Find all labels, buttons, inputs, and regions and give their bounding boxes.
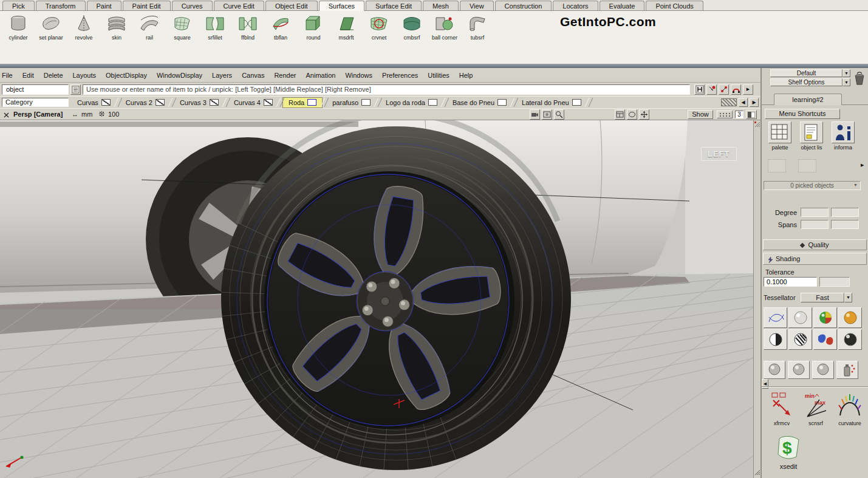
menu-delete[interactable]: Delete	[39, 70, 68, 81]
shelf-tab-mesh[interactable]: Mesh	[423, 1, 459, 10]
left-view-gizmo[interactable]: LEFT	[701, 147, 737, 161]
tessellator-arrow-icon[interactable]: ▼	[844, 293, 852, 302]
menu-layouts[interactable]: Layouts	[68, 70, 101, 81]
corner-grip-icon[interactable]	[754, 121, 760, 129]
tool-revolve[interactable]: revolve	[69, 13, 98, 41]
spans-field-2[interactable]	[831, 220, 859, 229]
viewport-canvas[interactable]: LEFT	[0, 120, 753, 478]
shelf-tab-object-edit[interactable]: Object Edit	[265, 1, 318, 10]
tool-curvature[interactable]: curvature	[835, 390, 865, 426]
shelf-tab-point-clouds[interactable]: Point Clouds	[646, 1, 703, 10]
layout-icon[interactable]	[615, 109, 625, 120]
sphere-icon[interactable]	[764, 361, 785, 379]
shelf-tab-evaluate[interactable]: Evaluate	[600, 1, 645, 10]
shelf-tab-construction[interactable]: Construction	[495, 1, 552, 10]
degree-field-2[interactable]	[831, 208, 859, 217]
tool-srfillet[interactable]: srfillet	[200, 13, 230, 41]
shortcut-object-lis[interactable]: object lis	[797, 121, 826, 151]
tool-xfrmcv[interactable]: xfrmcv	[767, 390, 797, 426]
shelf-tab-paint[interactable]: Paint	[87, 1, 121, 10]
layer-next-icon[interactable]: ▶	[750, 98, 759, 107]
tool-ball-corner[interactable]: ball corner	[430, 13, 459, 41]
layer-state-box[interactable]	[155, 99, 165, 106]
tool-ffblnd[interactable]: ffblnd	[233, 13, 262, 41]
layer-state-box[interactable]	[572, 99, 581, 106]
show-button[interactable]: Show	[688, 110, 713, 119]
compare-shader-icon[interactable]	[813, 329, 837, 350]
layer-state-box[interactable]	[428, 99, 437, 106]
menu-shortcuts-button[interactable]: Menu Shortcuts	[765, 109, 840, 119]
layer-state-box[interactable]	[307, 99, 316, 106]
tolerance-aux-field[interactable]	[819, 277, 850, 287]
pick-template-icon[interactable]	[731, 84, 741, 95]
pan-icon[interactable]	[639, 109, 649, 120]
degree-field-1[interactable]	[801, 208, 829, 217]
tool-tbflan[interactable]: tbflan	[266, 13, 295, 41]
tool-cylinder[interactable]: cylinder	[4, 13, 33, 41]
menu-help[interactable]: Help	[454, 70, 478, 81]
camera-label[interactable]: Persp [Camera]	[13, 111, 63, 118]
layer-state-box[interactable]	[361, 99, 371, 106]
shelf-options-dropdown[interactable]: Shelf Options	[770, 78, 842, 86]
menu-canvas[interactable]: Canvas	[237, 70, 269, 81]
tool-square[interactable]: square	[168, 13, 197, 41]
white-shader-icon[interactable]	[788, 307, 812, 328]
tool-msdrft[interactable]: msdrft	[332, 13, 361, 41]
spray-icon[interactable]	[836, 361, 858, 379]
tolerance-input[interactable]	[764, 277, 817, 287]
zebra-shader-icon[interactable]	[788, 329, 812, 350]
shelf-set-dropdown[interactable]: Default	[770, 69, 842, 77]
shelf-tab-view[interactable]: View	[460, 1, 494, 10]
menu-file[interactable]: File	[0, 70, 18, 81]
layer-curvas-4[interactable]: Curvas 4	[228, 97, 278, 108]
shading-section-header[interactable]: Shading	[763, 253, 867, 265]
bw-shader-icon[interactable]	[764, 329, 787, 350]
layer-state-box[interactable]	[210, 99, 219, 106]
layer-pattern-swatch[interactable]	[721, 98, 737, 106]
view-count-value[interactable]: 3	[735, 111, 743, 118]
wire-shader-icon[interactable]	[764, 307, 787, 328]
layer-curvas[interactable]: Curvas	[72, 97, 116, 108]
trash-bucket-icon[interactable]	[853, 69, 866, 87]
more-options-icon[interactable]	[717, 111, 733, 118]
tool-crvnet[interactable]: crvnet	[364, 13, 394, 41]
tool-round[interactable]: round	[299, 13, 328, 41]
menu-edit[interactable]: Edit	[18, 70, 39, 81]
menu-preferences[interactable]: Preferences	[377, 70, 423, 81]
orange-shader-icon[interactable]	[838, 307, 862, 328]
shortcut-palette[interactable]: palette	[765, 121, 795, 151]
close-pane-icon[interactable]	[1, 110, 12, 120]
shelf-tab-curves[interactable]: Curves	[172, 1, 213, 10]
shelf-tab-pick[interactable]: Pick	[2, 1, 35, 10]
tool-rail[interactable]: rail	[135, 13, 164, 41]
layer-curvas-2[interactable]: Curvas 2	[120, 97, 170, 108]
tool-scnsrf[interactable]: minmaxscnsrf	[801, 390, 831, 426]
picked-objects-arrow-icon[interactable]: ▼	[852, 182, 859, 189]
shelf-tab-surfaces[interactable]: Surfaces	[319, 1, 364, 11]
layer-category-select[interactable]: Category	[2, 98, 69, 107]
tessellator-dropdown[interactable]: Fast	[801, 293, 844, 302]
camera-icon[interactable]	[530, 109, 540, 120]
shelf-tab-surface-edit[interactable]: Surface Edit	[366, 1, 422, 10]
layer-parafuso[interactable]: parafuso	[327, 97, 376, 108]
menu-utilities[interactable]: Utilities	[423, 70, 454, 81]
shelf-options-arrow-icon[interactable]: ▼	[842, 78, 850, 86]
shortcut-informa[interactable]: informa	[829, 121, 858, 151]
menu-animation[interactable]: Animation	[301, 70, 341, 81]
grid-size-value[interactable]: 100	[108, 111, 119, 118]
prompt-message-field[interactable]: Use mouse or enter name of item to pick …	[83, 84, 690, 95]
shelf-tab-learning[interactable]: learning#2	[774, 94, 842, 105]
shelf-tab-paint-edit[interactable]: Paint Edit	[123, 1, 171, 10]
split-view-icon[interactable]	[746, 110, 757, 119]
layer-state-box[interactable]	[101, 99, 111, 106]
expand-icon[interactable]: ▶	[743, 84, 753, 95]
layer-state-box[interactable]	[497, 99, 507, 106]
multicolor-shader-icon[interactable]	[813, 307, 837, 328]
render-view-icon[interactable]	[542, 109, 552, 120]
corner-grip-icon[interactable]	[754, 469, 760, 477]
spans-field-1[interactable]	[801, 220, 829, 229]
prompt-scope-select[interactable]: object	[2, 84, 69, 95]
tool-set-planar[interactable]: set planar	[36, 13, 66, 41]
menu-objectdisplay[interactable]: ObjectDisplay	[101, 70, 152, 81]
layer-lateral-do-pneu[interactable]: Lateral do Pneu	[516, 97, 587, 108]
